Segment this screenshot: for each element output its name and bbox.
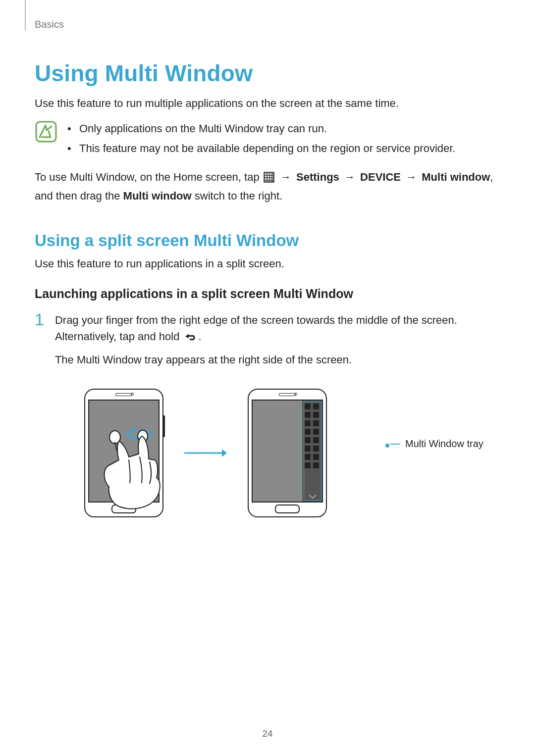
callout-label: Multi Window tray (390, 438, 483, 450)
path-prefix: To use Multi Window, on the Home screen,… (35, 171, 263, 183)
swipe-arrow-icon (126, 427, 153, 443)
svg-rect-10 (265, 178, 267, 180)
settings-path: To use Multi Window, on the Home screen,… (35, 169, 500, 204)
svg-rect-4 (270, 173, 271, 175)
path-settings: Settings (296, 171, 339, 183)
page-number: 24 (262, 728, 272, 739)
step-text-1: Drag your finger from the right edge of … (55, 312, 500, 346)
svg-rect-16 (270, 181, 271, 181)
arrow-icon: → (344, 171, 355, 183)
note-icon (35, 120, 57, 145)
svg-rect-3 (268, 173, 269, 175)
arrow-icon: → (280, 171, 291, 183)
svg-rect-6 (265, 176, 267, 177)
transition-arrow-icon (183, 447, 228, 459)
path-device: DEVICE (360, 171, 401, 183)
svg-rect-9 (272, 176, 273, 177)
svg-rect-13 (272, 178, 273, 180)
sub-intro: Use this feature to run applications in … (35, 256, 500, 272)
phone-illustration-swipe (84, 389, 163, 517)
header-tab-line (25, 0, 26, 31)
figure: Multi Window tray (84, 389, 500, 517)
path-multiwindow: Multi window (422, 171, 490, 183)
svg-rect-7 (268, 176, 269, 177)
svg-rect-5 (272, 173, 273, 175)
page-title: Using Multi Window (35, 60, 500, 87)
arrow-icon: → (406, 171, 417, 183)
step-number: 1 (35, 311, 44, 328)
apps-grid-icon (264, 171, 274, 188)
step-text-1a: Drag your finger from the right edge of … (55, 314, 457, 343)
intro-text: Use this feature to run multiple applica… (35, 96, 500, 111)
back-icon (184, 329, 198, 346)
note-item: This feature may not be available depend… (67, 140, 455, 157)
section-label: Basics (35, 19, 500, 30)
svg-rect-15 (268, 181, 269, 181)
subtitle: Using a split screen Multi Window (35, 231, 500, 250)
svg-rect-11 (268, 178, 269, 180)
phone-illustration-tray (248, 389, 327, 517)
svg-rect-2 (265, 173, 267, 175)
note-list: Only applications on the Multi Window tr… (67, 120, 455, 160)
svg-rect-12 (270, 178, 271, 180)
subsubtitle: Launching applications in a split screen… (35, 287, 500, 301)
path-bold-mid: Multi window (123, 190, 192, 202)
note-item: Only applications on the Multi Window tr… (67, 120, 455, 137)
step-text-2: The Multi Window tray appears at the rig… (55, 352, 500, 368)
step-text-1b: . (199, 330, 202, 343)
path-suffix: switch to the right. (192, 190, 282, 202)
callout-text: Multi Window tray (405, 438, 483, 450)
svg-rect-8 (270, 176, 271, 177)
svg-rect-14 (265, 181, 267, 181)
